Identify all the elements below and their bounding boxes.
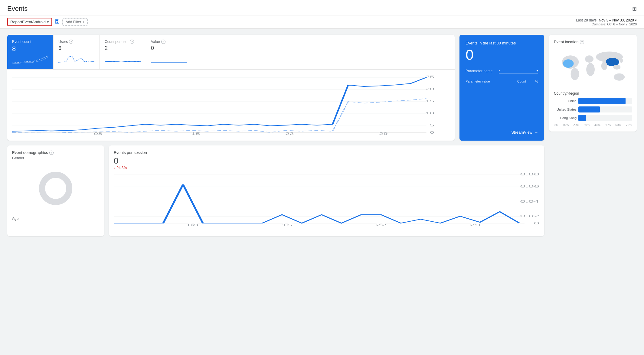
event-count-chart bbox=[12, 55, 48, 64]
add-filter-label: Add Filter bbox=[66, 20, 81, 24]
svg-point-36 bbox=[585, 55, 593, 63]
bar-row-usa: United States bbox=[554, 106, 632, 112]
svg-text:29: 29 bbox=[379, 132, 388, 135]
usa-bar-track bbox=[578, 106, 632, 112]
svg-text:15: 15 bbox=[426, 99, 434, 103]
count-per-user-label: Count per user ? bbox=[105, 40, 141, 44]
eps-change: ↓ 94.3% bbox=[114, 166, 539, 170]
users-value: 6 bbox=[58, 45, 95, 51]
china-label: China bbox=[554, 99, 577, 103]
bar-axis: 0%10%20%30%40%50%60%70% bbox=[554, 123, 632, 127]
event-selector[interactable]: ReportEventAndroid ▾ bbox=[7, 18, 52, 26]
date-range-label: Last 28 days bbox=[576, 18, 597, 22]
svg-text:20: 20 bbox=[426, 87, 434, 91]
parameter-name-label: Parameter name bbox=[466, 69, 499, 73]
donut-chart bbox=[12, 163, 99, 214]
customize-icon[interactable]: ⊞ bbox=[632, 5, 637, 12]
svg-text:0.04: 0.04 bbox=[520, 200, 539, 203]
demographics-title: Event demographics ? bbox=[12, 150, 99, 155]
toolbar-left: ReportEventAndroid ▾ Add Filter + bbox=[7, 18, 88, 26]
svg-text:5: 5 bbox=[430, 124, 434, 127]
svg-text:22: 22 bbox=[375, 223, 386, 227]
users-label: Users ? bbox=[58, 40, 95, 44]
date-range-main[interactable]: Nov 3 – Nov 30, 2020 ▾ bbox=[599, 18, 637, 22]
svg-text:29: 29 bbox=[469, 223, 480, 227]
hk-bar-fill bbox=[578, 115, 586, 121]
gender-label: Gender bbox=[12, 156, 99, 160]
age-label: Age bbox=[12, 217, 99, 221]
svg-text:0.08: 0.08 bbox=[520, 173, 539, 176]
count-per-user-value: 2 bbox=[105, 45, 141, 51]
metrics-row: Event count 8 Users bbox=[7, 35, 455, 69]
demographics-help-icon[interactable]: ? bbox=[49, 151, 54, 155]
right-panel: Event location ? bbox=[549, 35, 637, 236]
table-header: Parameter value Count % bbox=[466, 78, 538, 84]
china-bar-track bbox=[578, 98, 632, 104]
metric-users: Users ? 6 bbox=[54, 35, 100, 69]
event-location-title: Event location ? bbox=[554, 40, 632, 44]
count-per-user-help-icon[interactable]: ? bbox=[130, 40, 134, 44]
svg-text:0: 0 bbox=[534, 222, 539, 225]
col-pct: % bbox=[526, 80, 538, 83]
events-per-session-panel: Events per session 0 ↓ 94.3% 0.08 0.06 0… bbox=[109, 145, 544, 236]
parameter-name-dropdown[interactable]: - ▾ bbox=[499, 68, 538, 73]
usa-bar-fill bbox=[578, 106, 600, 112]
world-map bbox=[554, 45, 632, 88]
metric-count-per-user: Count per user ? 2 bbox=[100, 35, 146, 69]
left-panel: Event count 8 Users bbox=[7, 35, 544, 236]
svg-point-35 bbox=[571, 68, 579, 80]
page-title: Events bbox=[7, 5, 28, 13]
svg-point-41 bbox=[614, 73, 625, 81]
value-help-icon[interactable]: ? bbox=[161, 40, 165, 44]
event-location-help-icon[interactable]: ? bbox=[580, 40, 584, 44]
bottom-row: Event demographics ? Gender Age Events p… bbox=[7, 145, 544, 236]
add-icon: + bbox=[82, 20, 84, 24]
stream-view-button[interactable]: StreamView → bbox=[466, 130, 538, 135]
event-selector-label: ReportEventAndroid bbox=[10, 20, 46, 24]
svg-text:25: 25 bbox=[426, 75, 434, 79]
add-filter-button[interactable]: Add Filter + bbox=[62, 18, 88, 26]
event-count-value: 8 bbox=[12, 45, 48, 53]
svg-point-17 bbox=[42, 175, 69, 202]
eps-title: Events per session bbox=[114, 150, 539, 155]
save-icon[interactable] bbox=[54, 19, 60, 25]
svg-text:08: 08 bbox=[94, 132, 103, 135]
event-location-panel: Event location ? bbox=[549, 35, 637, 132]
svg-point-40 bbox=[613, 65, 620, 70]
svg-text:15: 15 bbox=[191, 132, 200, 135]
hk-bar-track bbox=[578, 115, 632, 121]
demographics-panel: Event demographics ? Gender Age bbox=[7, 145, 104, 236]
value-chart bbox=[151, 54, 187, 63]
param-dropdown-arrow: ▾ bbox=[536, 68, 538, 73]
page-header: Events ⊞ bbox=[0, 0, 644, 15]
country-region-title: Country/Region bbox=[554, 91, 632, 96]
svg-point-37 bbox=[586, 63, 595, 76]
bar-chart: China United States Hong Kong bbox=[554, 98, 632, 127]
svg-text:0: 0 bbox=[430, 131, 434, 134]
last30-count: 0 bbox=[466, 48, 538, 62]
svg-text:0.02: 0.02 bbox=[520, 214, 539, 218]
usa-label: United States bbox=[554, 108, 577, 111]
large-chart: 25 20 15 10 5 0 bbox=[7, 69, 455, 141]
bar-row-china: China bbox=[554, 98, 632, 104]
users-help-icon[interactable]: ? bbox=[69, 40, 73, 44]
svg-text:0.06: 0.06 bbox=[520, 185, 539, 188]
toolbar: ReportEventAndroid ▾ Add Filter + Last 2… bbox=[0, 15, 644, 29]
last30-panel: Events in the last 30 minutes 0 Paramete… bbox=[459, 35, 544, 141]
china-bar-fill bbox=[578, 98, 626, 104]
main-content: Event count 8 Users bbox=[0, 29, 644, 242]
eps-chart: 0.08 0.06 0.04 0.02 0 0 bbox=[114, 172, 539, 228]
top-row: Event count 8 Users bbox=[7, 35, 544, 141]
last30-title: Events in the last 30 minutes bbox=[466, 41, 538, 45]
svg-text:15: 15 bbox=[281, 223, 292, 227]
date-range-row: Last 28 days Nov 3 – Nov 30, 2020 ▾ bbox=[576, 18, 637, 22]
bar-row-hk: Hong Kong bbox=[554, 115, 632, 121]
date-range-compare: Compare: Oct 6 – Nov 2, 2020 bbox=[576, 22, 637, 26]
col-count: Count bbox=[508, 80, 526, 83]
value-value: 0 bbox=[151, 45, 187, 51]
svg-point-42 bbox=[601, 62, 607, 70]
event-selector-arrow: ▾ bbox=[47, 20, 49, 24]
svg-point-43 bbox=[620, 58, 623, 63]
eps-value: 0 bbox=[114, 156, 539, 166]
metrics-chart-block: Event count 8 Users bbox=[7, 35, 455, 141]
